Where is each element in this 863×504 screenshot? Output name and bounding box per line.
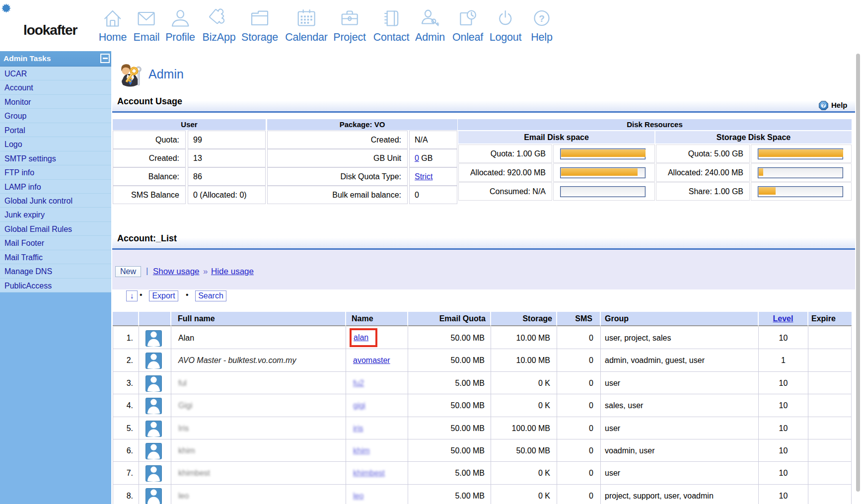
svg-text:?: ? (822, 102, 825, 108)
svg-text:?: ? (539, 13, 545, 23)
